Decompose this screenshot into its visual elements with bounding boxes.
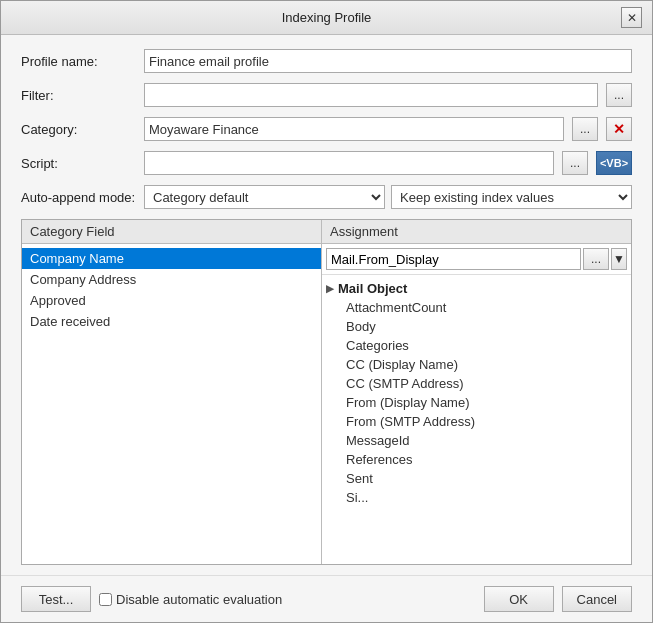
auto-append-row: Auto-append mode: Category default Keep …	[21, 185, 632, 209]
script-label: Script:	[21, 156, 136, 171]
profile-name-row: Profile name:	[21, 49, 632, 73]
keep-values-select[interactable]: Keep existing index values	[391, 185, 632, 209]
script-row: Script: ... <VB>	[21, 151, 632, 175]
filter-label: Filter:	[21, 88, 136, 103]
col1-header: Category Field	[22, 220, 322, 243]
dialog-body: Profile name: Filter: ... Category: ... …	[1, 35, 652, 575]
table-row[interactable]: Company Name	[22, 248, 321, 269]
assignment-input-row: ... ▼	[322, 244, 631, 275]
dialog-footer: Test... Disable automatic evaluation OK …	[1, 575, 652, 622]
category-ellipsis-button[interactable]: ...	[572, 117, 598, 141]
table-row[interactable]: Approved	[22, 290, 321, 311]
dialog-title: Indexing Profile	[32, 10, 621, 25]
list-item[interactable]: CC (SMTP Address)	[322, 374, 631, 393]
auto-append-selects: Category default Keep existing index val…	[144, 185, 632, 209]
category-field-list: Company Name Company Address Approved Da…	[22, 244, 322, 564]
list-item[interactable]: Categories	[322, 336, 631, 355]
section-header-label: Mail Object	[338, 281, 407, 296]
filter-row: Filter: ...	[21, 83, 632, 107]
red-x-icon: ✕	[613, 121, 625, 137]
table-row[interactable]: Date received	[22, 311, 321, 332]
assignment-dropdown-list[interactable]: ▶ Mail Object AttachmentCount Body Categ…	[322, 275, 631, 564]
profile-name-label: Profile name:	[21, 54, 136, 69]
field-name: Company Name	[30, 251, 124, 266]
test-button[interactable]: Test...	[21, 586, 91, 612]
auto-append-select[interactable]: Category default	[144, 185, 385, 209]
field-name: Date received	[30, 314, 110, 329]
list-item[interactable]: From (Display Name)	[322, 393, 631, 412]
section-triangle: ▶	[326, 283, 334, 294]
col2-header: Assignment	[322, 220, 631, 243]
filter-input[interactable]	[144, 83, 598, 107]
list-item[interactable]: AttachmentCount	[322, 298, 631, 317]
list-item[interactable]: Body	[322, 317, 631, 336]
list-item[interactable]: CC (Display Name)	[322, 355, 631, 374]
script-vb-button[interactable]: <VB>	[596, 151, 632, 175]
list-item[interactable]: From (SMTP Address)	[322, 412, 631, 431]
field-name: Company Address	[30, 272, 136, 287]
table-header: Category Field Assignment	[22, 220, 631, 244]
indexing-profile-dialog: Indexing Profile ✕ Profile name: Filter:…	[0, 0, 653, 623]
disable-eval-text: Disable automatic evaluation	[116, 592, 282, 607]
category-input[interactable]	[144, 117, 564, 141]
table-body: Company Name Company Address Approved Da…	[22, 244, 631, 564]
footer-left: Test... Disable automatic evaluation	[21, 586, 282, 612]
auto-append-label: Auto-append mode:	[21, 190, 136, 205]
list-item[interactable]: Si...	[322, 488, 631, 507]
assignment-dropdown-button[interactable]: ▼	[611, 248, 627, 270]
table-row[interactable]: Company Address	[22, 269, 321, 290]
list-item[interactable]: References	[322, 450, 631, 469]
assignment-input[interactable]	[326, 248, 581, 270]
disable-eval-label[interactable]: Disable automatic evaluation	[99, 592, 282, 607]
mail-object-section[interactable]: ▶ Mail Object	[322, 279, 631, 298]
category-field-table: Category Field Assignment Company Name C…	[21, 219, 632, 565]
field-name: Approved	[30, 293, 86, 308]
footer-right: OK Cancel	[484, 586, 632, 612]
script-ellipsis-button[interactable]: ...	[562, 151, 588, 175]
script-input[interactable]	[144, 151, 554, 175]
category-label: Category:	[21, 122, 136, 137]
ok-button[interactable]: OK	[484, 586, 554, 612]
disable-eval-checkbox[interactable]	[99, 593, 112, 606]
vb-icon: <VB>	[600, 157, 628, 169]
list-item[interactable]: MessageId	[322, 431, 631, 450]
profile-name-input[interactable]	[144, 49, 632, 73]
assignment-column: ... ▼ ▶ Mail Object AttachmentCount	[322, 244, 631, 564]
title-bar: Indexing Profile ✕	[1, 1, 652, 35]
close-button[interactable]: ✕	[621, 7, 642, 28]
category-row: Category: ... ✕	[21, 117, 632, 141]
category-clear-button[interactable]: ✕	[606, 117, 632, 141]
cancel-button[interactable]: Cancel	[562, 586, 632, 612]
filter-ellipsis-button[interactable]: ...	[606, 83, 632, 107]
assignment-ellipsis-button[interactable]: ...	[583, 248, 609, 270]
list-item[interactable]: Sent	[322, 469, 631, 488]
